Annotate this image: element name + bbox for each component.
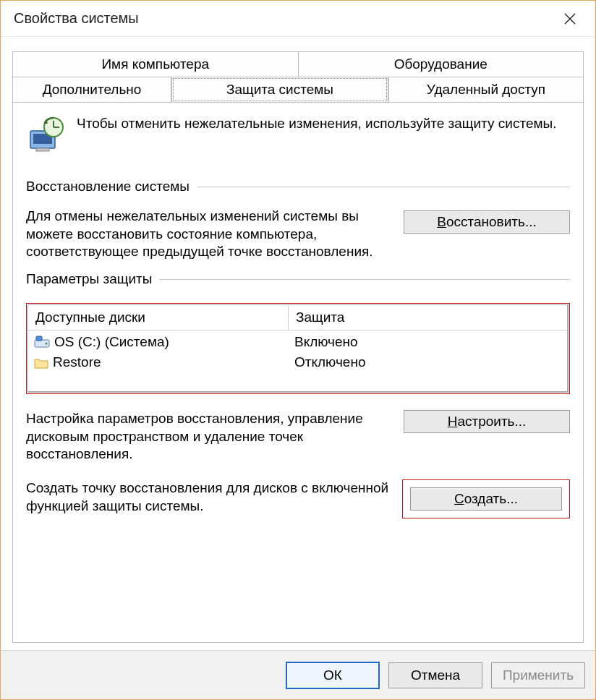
group-settings-legend: Параметры защиты <box>26 271 570 287</box>
apply-button[interactable]: Применить <box>491 662 585 688</box>
group-restore-legend-text: Восстановление системы <box>26 179 197 194</box>
tabs-row-2: Дополнительно Защита системы Удаленный д… <box>12 77 584 103</box>
table-row[interactable]: Restore Отключено <box>28 352 567 372</box>
configure-description: Настройка параметров восстановления, упр… <box>26 410 393 464</box>
close-icon <box>564 13 576 25</box>
drive-protection-status: Отключено <box>289 352 567 372</box>
create-button-highlight: Создать... <box>402 479 570 518</box>
configure-button[interactable]: Настроить... <box>404 410 570 433</box>
restore-description: Для отмены нежелательных изменений систе… <box>26 208 393 261</box>
protection-table-header: Доступные диски Защита <box>28 305 567 330</box>
titlebar: Свойства системы <box>1 1 595 37</box>
column-header-protection[interactable]: Защита <box>289 305 567 330</box>
column-header-drives[interactable]: Доступные диски <box>28 305 289 330</box>
restore-row: Для отмены нежелательных изменений систе… <box>26 208 570 261</box>
system-protection-icon <box>26 115 67 155</box>
dialog-button-bar: ОК Отмена Применить <box>1 650 595 699</box>
folder-icon <box>34 357 48 368</box>
tab-computer-name[interactable]: Имя компьютера <box>12 51 298 77</box>
tab-remote[interactable]: Удаленный доступ <box>388 77 584 103</box>
svg-rect-10 <box>36 336 42 341</box>
tab-hardware[interactable]: Оборудование <box>298 51 584 77</box>
restore-button[interactable]: Восстановить... <box>404 210 570 234</box>
create-button[interactable]: Создать... <box>410 487 562 511</box>
drive-name: OS (C:) (Система) <box>54 334 169 350</box>
close-button[interactable] <box>553 4 587 33</box>
system-properties-window: Свойства системы Имя компьютера Оборудов… <box>0 0 596 700</box>
tab-panel-system-protection: Чтобы отменить нежелательные изменения, … <box>12 102 584 643</box>
drive-name: Restore <box>53 354 101 370</box>
svg-rect-4 <box>36 148 49 151</box>
ok-button[interactable]: ОК <box>286 662 380 689</box>
tabs-row-1: Имя компьютера Оборудование <box>12 51 584 77</box>
create-row: Создать точку восстановления для дисков … <box>26 479 570 518</box>
create-description: Создать точку восстановления для дисков … <box>26 479 392 515</box>
window-title: Свойства системы <box>14 10 553 27</box>
configure-row: Настройка параметров восстановления, упр… <box>26 410 570 464</box>
intro-row: Чтобы отменить нежелательные изменения, … <box>26 115 570 155</box>
content-area: Имя компьютера Оборудование Дополнительн… <box>1 37 595 650</box>
protection-table-highlight: Доступные диски Защита <box>26 303 570 394</box>
protection-table: Доступные диски Защита <box>27 304 569 393</box>
table-row[interactable]: OS (C:) (Система) Включено <box>28 332 567 352</box>
drive-protection-status: Включено <box>289 332 567 352</box>
system-drive-icon <box>34 336 50 349</box>
svg-point-11 <box>46 343 48 345</box>
intro-text: Чтобы отменить нежелательные изменения, … <box>77 115 556 155</box>
group-restore-legend: Восстановление системы <box>26 179 570 195</box>
tab-advanced[interactable]: Дополнительно <box>12 77 171 103</box>
tab-system-protection[interactable]: Защита системы <box>171 77 388 103</box>
group-settings-legend-text: Параметры защиты <box>26 271 159 286</box>
cancel-button[interactable]: Отмена <box>388 662 482 688</box>
